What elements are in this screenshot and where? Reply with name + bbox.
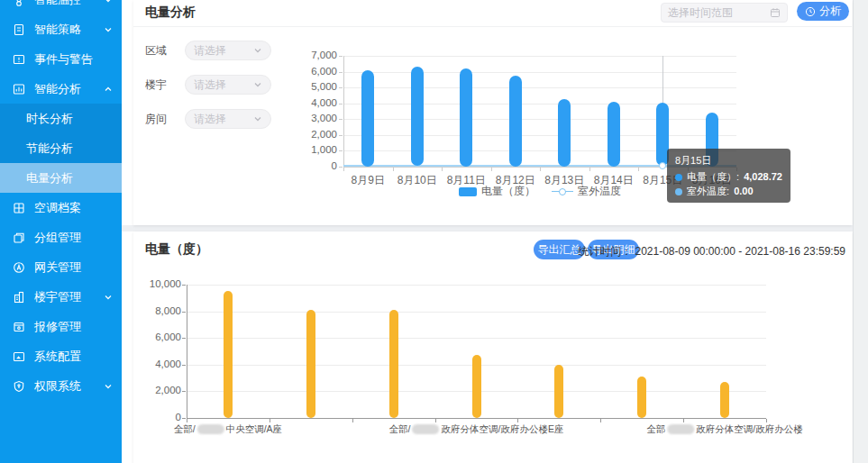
sidebar-item-label: 智能温控 [34, 0, 81, 8]
x-axis-tick [187, 419, 187, 422]
gridline [343, 72, 736, 73]
bar[interactable] [509, 76, 522, 167]
sidebar-item-label: 系统配置 [34, 349, 81, 365]
chevron-down-icon [104, 25, 113, 34]
y-axis-tick [182, 365, 186, 366]
x-axis-label: 全部政府分体空调/政府办公楼 [646, 423, 802, 436]
redacted-text [667, 424, 694, 434]
bar[interactable] [608, 102, 620, 167]
daily-energy-chart: 01,0002,0003,0004,0005,0006,0007,0008月9日… [133, 0, 852, 225]
panel-gap [122, 225, 853, 232]
bar[interactable] [389, 310, 398, 418]
bar[interactable] [720, 382, 729, 418]
y-axis-tick [339, 119, 343, 120]
bar[interactable] [472, 355, 481, 418]
x-axis-label: 全部/政府分体空调/政府办公楼E座 [389, 423, 564, 436]
sidebar-item-1[interactable]: 智能温控 [0, 0, 122, 14]
sidebar-subitem-2[interactable]: 节能分析 [0, 133, 122, 163]
legend-item-energy[interactable]: 电量（度） [459, 184, 535, 199]
sidebar-item-label: 事件与警告 [34, 51, 93, 68]
y-axis-tick [182, 285, 186, 286]
y-axis-tick [339, 87, 343, 88]
x-axis-tick [270, 419, 270, 422]
sidebar-subitem-1[interactable]: 时长分析 [0, 104, 122, 133]
x-label-prefix: 全部/ [174, 423, 196, 434]
x-label-suffix: 政府分体空调/政府办公楼E座 [442, 423, 564, 434]
y-axis-tick [339, 150, 343, 151]
y-axis-label: 7,000 [276, 50, 337, 60]
bar[interactable] [361, 70, 374, 167]
y-axis-tick [182, 338, 186, 339]
sidebar-item-label: 楼宇管理 [34, 289, 81, 305]
sidebar-subitem-label: 时长分析 [26, 111, 73, 127]
y-axis-tick [339, 104, 343, 104]
y-axis-label: 6,000 [276, 66, 337, 77]
x-axis-tick [352, 419, 353, 422]
bar[interactable] [411, 67, 424, 167]
gridline [343, 104, 736, 104]
y-axis-label: 4,000 [136, 359, 181, 369]
x-axis-tick [393, 168, 394, 171]
sidebar-item-label: 空调档案 [34, 200, 81, 216]
x-axis-tick [517, 419, 518, 422]
legend-item-temperature[interactable]: 室外温度 [552, 184, 621, 199]
sidebar-subitem-label: 电量分析 [26, 170, 73, 186]
sidebar-item-label: 智能分析 [34, 81, 81, 97]
bar[interactable] [460, 68, 472, 167]
sidebar-item-8[interactable]: 楼宇管理 [0, 282, 122, 312]
sidebar-item-11[interactable]: 权限系统 [0, 371, 122, 401]
y-axis-line [187, 285, 187, 418]
tooltip-row-label: 室外温度: [687, 186, 732, 196]
sidebar-item-9[interactable]: 报修管理 [0, 312, 122, 341]
bar[interactable] [306, 310, 315, 418]
y-axis-label: 10,000 [136, 278, 181, 289]
bar[interactable] [554, 365, 563, 418]
redacted-text [413, 424, 440, 434]
group-icon [13, 232, 25, 244]
y-axis-label: 2,000 [276, 129, 337, 140]
app-root: 智能温控智能策略事件与警告智能分析时长分析节能分析电量分析空调档案分组管理网关管… [0, 0, 868, 463]
tooltip-title: 8月15日 [675, 153, 782, 168]
x-axis-tick [589, 168, 590, 171]
sidebar-menu: 智能温控智能策略事件与警告智能分析时长分析节能分析电量分析空调档案分组管理网关管… [0, 0, 122, 401]
sidebar-item-2[interactable]: 智能策略 [0, 14, 122, 44]
tooltip-row-label: 电量（度）: [687, 171, 742, 182]
chevron-down-icon [104, 0, 113, 5]
sidebar-item-5[interactable]: 空调档案 [0, 193, 122, 222]
y-axis-label: 0 [136, 412, 181, 422]
y-axis-label: 4,000 [276, 97, 337, 108]
sidebar-item-6[interactable]: 分组管理 [0, 222, 122, 252]
sidebar-item-4[interactable]: 智能分析 [0, 74, 122, 104]
sidebar-item-label: 权限系统 [34, 378, 81, 395]
y-axis-label: 3,000 [276, 113, 337, 123]
sidebar-submenu: 时长分析节能分析电量分析 [0, 104, 122, 193]
thermostat-icon [13, 0, 25, 6]
gridline [187, 312, 766, 313]
legend-bar-swatch [459, 187, 477, 196]
temperature-point-marker [659, 162, 666, 169]
gateway-icon [13, 261, 25, 274]
x-label-prefix: 全部 [646, 423, 665, 434]
redacted-text [197, 424, 224, 434]
sidebar-item-7[interactable]: 网关管理 [0, 252, 122, 282]
sidebar-subitem-3[interactable]: 电量分析 [0, 163, 122, 193]
sidebar-item-label: 网关管理 [34, 259, 81, 276]
y-axis-label: 5,000 [276, 81, 337, 92]
legend-label: 室外温度 [578, 184, 621, 199]
y-axis-label: 6,000 [136, 331, 181, 342]
sidebar-item-10[interactable]: 系统配置 [0, 341, 122, 371]
y-axis-tick [339, 56, 343, 57]
config-icon [13, 350, 25, 363]
tooltip-series-dot [675, 174, 682, 181]
bar[interactable] [224, 291, 233, 418]
tooltip-row: 室外温度: 0.00 [675, 184, 782, 198]
bar[interactable] [637, 377, 646, 418]
energy-by-device-chart: 02,0004,0006,0008,00010,000全部/中央空调/A座全部/… [133, 232, 852, 463]
gridline [343, 135, 736, 136]
scrollbar-track[interactable] [853, 0, 868, 463]
bar[interactable] [558, 99, 571, 166]
x-axis-tick [638, 168, 639, 171]
sidebar-item-3[interactable]: 事件与警告 [0, 44, 122, 74]
y-axis-tick [182, 418, 186, 419]
sidebar-item-label: 智能策略 [34, 22, 81, 38]
